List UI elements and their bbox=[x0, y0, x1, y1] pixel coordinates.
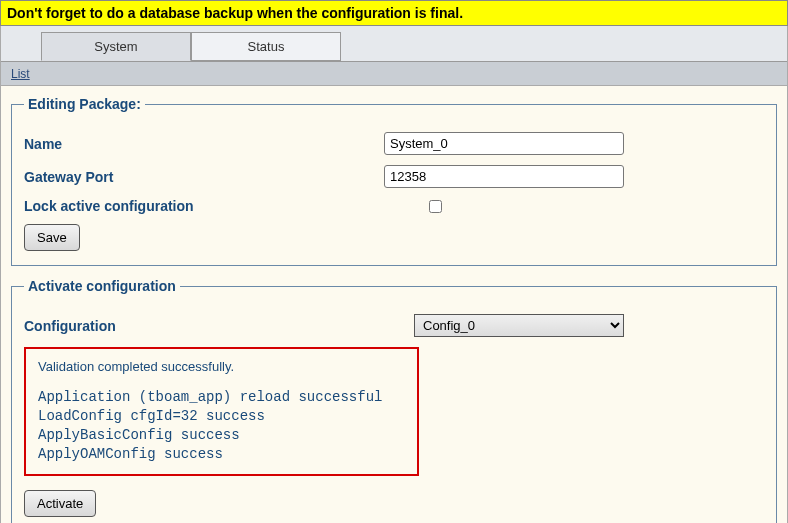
content-area: Editing Package: Name Gateway Port Lock … bbox=[0, 86, 788, 523]
validation-log: Validation completed successfully. Appli… bbox=[24, 347, 419, 476]
tab-container: System Status List bbox=[0, 26, 788, 86]
gateway-label: Gateway Port bbox=[24, 169, 384, 185]
tab-system-label: System bbox=[94, 39, 137, 54]
configuration-label: Configuration bbox=[24, 318, 414, 334]
row-gateway: Gateway Port bbox=[24, 165, 764, 188]
tab-system[interactable]: System bbox=[41, 32, 191, 61]
configuration-select[interactable]: Config_0 bbox=[414, 314, 624, 337]
warning-banner: Don't forget to do a database backup whe… bbox=[0, 0, 788, 26]
validation-log-head: Validation completed successfully. bbox=[38, 359, 405, 374]
tab-status-label: Status bbox=[248, 39, 285, 54]
lock-label: Lock active configuration bbox=[24, 198, 384, 214]
save-button[interactable]: Save bbox=[24, 224, 80, 251]
row-configuration: Configuration Config_0 bbox=[24, 314, 764, 337]
editing-package-legend: Editing Package: bbox=[24, 96, 145, 112]
list-link[interactable]: List bbox=[11, 67, 30, 81]
activate-button[interactable]: Activate bbox=[24, 490, 96, 517]
name-label: Name bbox=[24, 136, 384, 152]
name-input[interactable] bbox=[384, 132, 624, 155]
tab-status[interactable]: Status bbox=[191, 32, 341, 61]
save-button-label: Save bbox=[37, 230, 67, 245]
sub-nav: List bbox=[1, 61, 787, 85]
activate-config-fieldset: Activate configuration Configuration Con… bbox=[11, 278, 777, 523]
tabbar: System Status bbox=[1, 26, 787, 61]
row-name: Name bbox=[24, 132, 764, 155]
validation-log-body: Application (tboam_app) reload successfu… bbox=[38, 388, 405, 464]
editing-package-fieldset: Editing Package: Name Gateway Port Lock … bbox=[11, 96, 777, 266]
activate-button-label: Activate bbox=[37, 496, 83, 511]
lock-checkbox[interactable] bbox=[429, 200, 442, 213]
row-lock: Lock active configuration bbox=[24, 198, 764, 214]
warning-banner-text: Don't forget to do a database backup whe… bbox=[7, 5, 463, 21]
activate-config-legend: Activate configuration bbox=[24, 278, 180, 294]
gateway-input[interactable] bbox=[384, 165, 624, 188]
